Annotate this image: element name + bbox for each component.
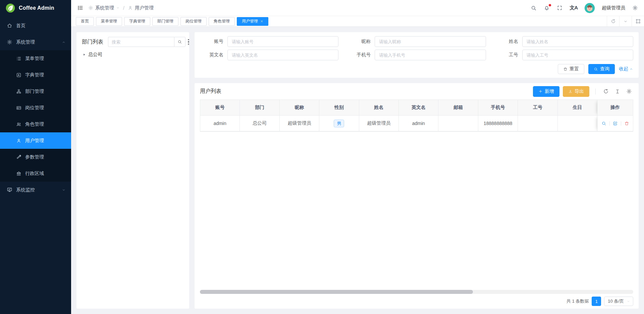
cell-nickname: 超级管理员 — [280, 116, 319, 131]
sidebar-item-label: 行政区域 — [25, 171, 44, 177]
cell-phone: 18888888888 — [478, 116, 518, 131]
sidebar-item-param-mgmt[interactable]: 参数管理 — [0, 149, 71, 165]
job-number-input[interactable] — [522, 50, 633, 60]
sidebar-item-label: 岗位管理 — [25, 105, 44, 111]
sidebar-item-post-mgmt[interactable]: 岗位管理 — [0, 100, 71, 116]
edit-pen-icon — [613, 121, 618, 126]
page-content: 部门列表 总公司 — [71, 27, 644, 314]
search-icon[interactable] — [531, 5, 537, 11]
chevron-down-icon[interactable] — [619, 16, 632, 26]
add-user-button[interactable]: 新增 — [533, 86, 559, 97]
tree-panel-title: 部门列表 — [82, 39, 103, 46]
name-input[interactable] — [522, 36, 633, 47]
notification-bell-icon[interactable] — [544, 5, 550, 11]
page-size-select[interactable]: 10 条/页 — [604, 297, 633, 306]
tree-search-group — [108, 37, 185, 47]
tree-search-input[interactable] — [108, 37, 174, 47]
gear-icon — [7, 39, 12, 45]
cell-birthday — [558, 116, 597, 131]
search-form: 账号 昵称 姓名 英文名 — [200, 36, 633, 60]
tree-node-root[interactable]: 总公司 — [82, 52, 184, 58]
table-empty-space — [200, 132, 633, 290]
user-table-card: 用户列表 新增 导出 — [195, 83, 639, 309]
field-english-name: 英文名 — [200, 50, 338, 60]
tree-node-label: 总公司 — [88, 52, 102, 58]
reset-button[interactable]: 重置 — [558, 64, 584, 74]
export-button[interactable]: 导出 — [563, 86, 589, 97]
tab-label: 岗位管理 — [185, 18, 202, 24]
account-input[interactable] — [227, 36, 338, 47]
sidebar-item-user-mgmt[interactable]: 用户管理 — [0, 132, 71, 149]
tab-role-mgmt[interactable]: 角色管理 — [209, 17, 235, 26]
translate-icon[interactable]: 文A — [570, 5, 578, 11]
settings-gear-icon[interactable] — [632, 5, 638, 11]
sidebar-item-home[interactable]: 首页 — [0, 17, 71, 34]
query-button[interactable]: 查询 — [588, 64, 615, 74]
tab-dept-mgmt[interactable]: 部门管理 — [152, 17, 178, 26]
tab-close-icon[interactable] — [260, 20, 263, 23]
tab-label: 字典管理 — [129, 18, 145, 24]
leaf-logo-icon — [5, 3, 15, 13]
tab-menu-mgmt[interactable]: 菜单管理 — [96, 17, 122, 26]
table-row[interactable]: admin 总公司 超级管理员 男 超级管理员 admin 1888888888… — [200, 116, 633, 131]
scrollbar-thumb[interactable] — [200, 290, 473, 294]
edit-row-button[interactable] — [613, 121, 618, 126]
sidebar-item-label: 部门管理 — [25, 88, 44, 95]
right-column: 账号 昵称 姓名 英文名 — [195, 32, 639, 309]
app-root: Coffee Admin 首页 系统管理 菜单管理 字典管理 — [0, 0, 644, 314]
sidebar-group-label: 系统监控 — [16, 187, 35, 193]
avatar[interactable] — [585, 3, 595, 13]
export-button-label: 导出 — [575, 88, 584, 95]
view-row-button[interactable] — [601, 121, 606, 126]
action-divider — [621, 121, 621, 126]
sidebar: Coffee Admin 首页 系统管理 菜单管理 字典管理 — [0, 0, 71, 314]
fullscreen-icon[interactable] — [557, 5, 562, 11]
top-header: 系统管理 / 用户管理 文A — [71, 0, 644, 16]
refresh-icon[interactable] — [607, 16, 619, 26]
cell-job-number — [518, 116, 557, 131]
column-header-department: 部门 — [240, 100, 279, 116]
breadcrumb-page[interactable]: 用户管理 — [135, 5, 154, 11]
tab-post-mgmt[interactable]: 岗位管理 — [180, 17, 207, 26]
sidebar-group-system-monitor[interactable]: 系统监控 — [0, 182, 71, 198]
search-icon — [177, 40, 182, 44]
nickname-input[interactable] — [375, 36, 486, 47]
collapse-form-link[interactable]: 收起 — [619, 66, 633, 72]
tab-home[interactable]: 首页 — [76, 17, 94, 26]
current-user-name[interactable]: 超级管理员 — [602, 5, 625, 11]
column-header-job-number: 工号 — [518, 100, 557, 116]
english-name-input[interactable] — [227, 50, 338, 60]
refresh-table-icon[interactable] — [602, 88, 610, 94]
tab-label: 角色管理 — [214, 18, 230, 24]
caret-right-icon — [83, 53, 86, 56]
breadcrumb-section[interactable]: 系统管理 — [95, 5, 114, 11]
sidebar-item-role-mgmt[interactable]: 角色管理 — [0, 116, 71, 132]
page-button-1[interactable]: 1 — [592, 297, 601, 306]
id-card-icon — [16, 105, 21, 111]
sidebar-item-region[interactable]: 行政区域 — [0, 165, 71, 182]
tab-user-mgmt[interactable]: 用户管理 — [237, 17, 268, 26]
delete-row-button[interactable] — [624, 121, 629, 126]
add-button-label: 新增 — [545, 88, 554, 95]
cell-english-name: admin — [399, 116, 438, 131]
chevron-down-icon — [116, 6, 120, 10]
tab-dict-mgmt[interactable]: 字典管理 — [124, 17, 150, 26]
sidebar-item-dict-mgmt[interactable]: 字典管理 — [0, 67, 71, 83]
tree-search-button[interactable] — [174, 37, 185, 47]
maximize-icon[interactable] — [632, 16, 644, 26]
column-header-account: 账号 — [200, 100, 240, 116]
row-height-icon[interactable] — [613, 89, 622, 94]
table-settings-gear-icon[interactable] — [625, 88, 633, 94]
sidebar-item-menu-mgmt[interactable]: 菜单管理 — [0, 50, 71, 67]
pagination-total: 共 1 条数据 — [567, 298, 589, 304]
sidebar-item-dept-mgmt[interactable]: 部门管理 — [0, 83, 71, 100]
row-actions — [601, 121, 629, 126]
table-body: admin 总公司 超级管理员 男 超级管理员 admin 1888888888… — [200, 116, 633, 131]
menu-fold-icon[interactable] — [77, 5, 84, 11]
trash-icon — [563, 67, 568, 71]
sidebar-group-system-mgmt[interactable]: 系统管理 — [0, 34, 71, 50]
tree-more-menu-icon[interactable] — [188, 37, 189, 47]
horizontal-scrollbar — [200, 290, 633, 294]
phone-input[interactable] — [375, 50, 486, 60]
field-job-number: 工号 — [495, 50, 633, 60]
